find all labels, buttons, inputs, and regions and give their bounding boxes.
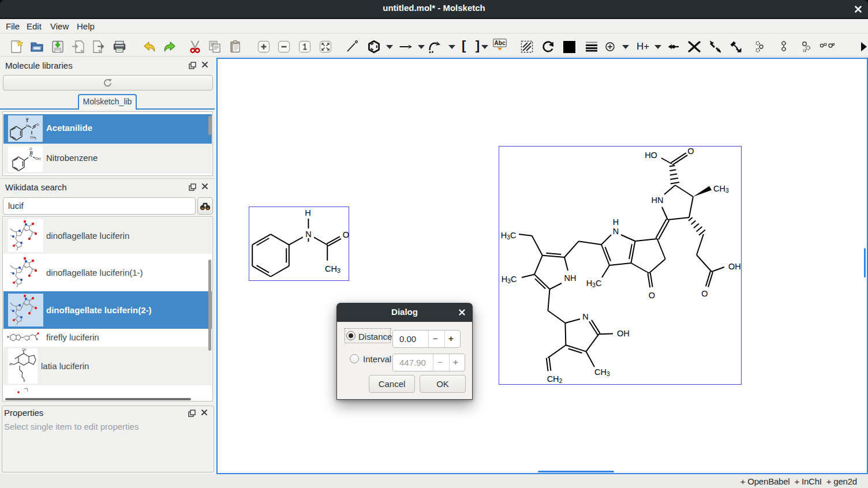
- svg-text:OH: OH: [617, 329, 630, 338]
- svg-text:NH: NH: [564, 273, 577, 283]
- svg-text:OH: OH: [728, 262, 741, 271]
- svg-text:O: O: [687, 147, 694, 156]
- svg-text:CH3: CH3: [594, 367, 610, 377]
- svg-text:HO: HO: [645, 151, 657, 160]
- svg-text:N: N: [613, 227, 619, 236]
- svg-text:H: H: [26, 117, 28, 121]
- svg-text:HN: HN: [652, 196, 664, 205]
- svg-text:H: H: [305, 208, 310, 217]
- svg-text:H3C: H3C: [501, 231, 517, 241]
- svg-text:Abc: Abc: [495, 40, 506, 46]
- svg-text:N: N: [582, 312, 588, 321]
- svg-text:OH: OH: [35, 157, 40, 160]
- svg-text:O: O: [649, 291, 655, 300]
- svg-text:N: N: [305, 230, 311, 239]
- svg-text:O: O: [36, 123, 39, 126]
- svg-text:O: O: [343, 230, 349, 239]
- svg-text:CH: CH: [22, 348, 27, 351]
- svg-text:O: O: [701, 289, 708, 298]
- svg-text:H3C: H3C: [586, 279, 602, 288]
- svg-text:CH2: CH2: [547, 374, 563, 384]
- svg-text:H3C: H3C: [502, 275, 517, 284]
- svg-text:H: H: [613, 217, 619, 227]
- svg-text:N: N: [29, 154, 32, 157]
- svg-text:3: 3: [35, 137, 36, 140]
- svg-text:H: H: [9, 363, 12, 366]
- svg-text:O: O: [29, 147, 32, 151]
- svg-text:CH3: CH3: [325, 264, 341, 274]
- svg-text:N: N: [26, 124, 28, 127]
- svg-text:CH3: CH3: [713, 184, 729, 194]
